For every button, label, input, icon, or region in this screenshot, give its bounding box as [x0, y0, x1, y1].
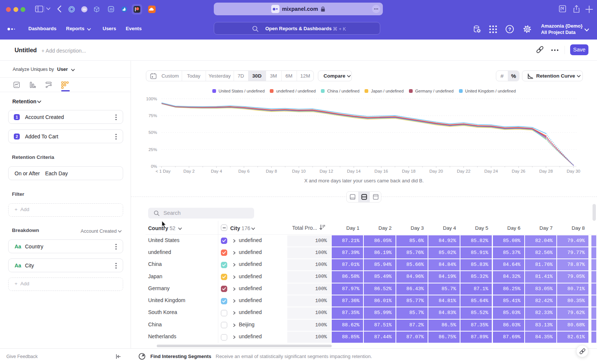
svg-text:50%: 50% — [149, 130, 157, 135]
svg-text:Day 4: Day 4 — [211, 169, 222, 173]
svg-text:100%: 100% — [146, 97, 157, 101]
svg-text:Day 16: Day 16 — [375, 169, 388, 173]
svg-text:JS: JS — [109, 8, 113, 11]
svg-text:Day 12: Day 12 — [319, 169, 333, 173]
svg-text:Day 10: Day 10 — [292, 169, 306, 173]
svg-text:Day 30: Day 30 — [567, 169, 580, 173]
svg-text:Day 28: Day 28 — [539, 169, 553, 173]
svg-text:Day 6: Day 6 — [238, 169, 250, 173]
svg-text:Day 18: Day 18 — [402, 169, 415, 173]
svg-text:?: ? — [508, 27, 511, 32]
svg-text:75%: 75% — [149, 113, 157, 118]
svg-text:Day 8: Day 8 — [266, 169, 277, 173]
svg-text:m: m — [83, 7, 86, 11]
svg-text:Day 2: Day 2 — [184, 169, 195, 173]
svg-text:Day 24: Day 24 — [484, 169, 498, 173]
svg-text:Day 20: Day 20 — [429, 169, 443, 173]
svg-text:Day 22: Day 22 — [457, 169, 470, 173]
svg-text:0%: 0% — [151, 164, 157, 169]
svg-text:25%: 25% — [149, 147, 157, 152]
svg-text:< 1 Day: < 1 Day — [156, 169, 171, 173]
svg-text:Day 14: Day 14 — [347, 169, 361, 173]
svg-text:Day 26: Day 26 — [512, 169, 525, 173]
